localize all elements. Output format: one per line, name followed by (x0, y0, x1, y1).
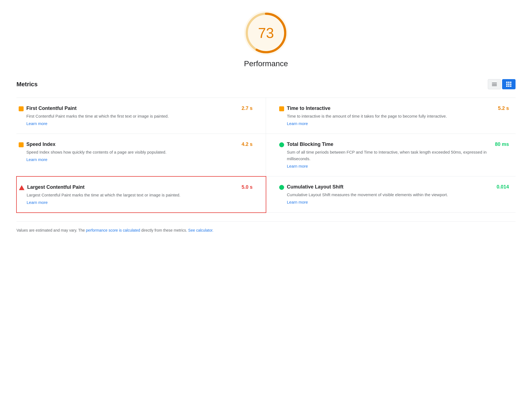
lcp-icon (19, 185, 24, 190)
tbt-name-icon: Total Blocking Time (279, 141, 333, 147)
view-toggle (488, 79, 516, 89)
tti-description: Time to interactive is the amount of tim… (287, 113, 509, 120)
metrics-grid: First Contentful Paint 2.7 s First Conte… (16, 98, 516, 213)
fcp-learn-more-link[interactable]: Learn more (26, 121, 253, 126)
score-section: 73 Performance (16, 11, 516, 68)
lcp-header-row: Largest Contentful Paint 5.0 s (19, 184, 253, 190)
metric-cell-lcp: Largest Contentful Paint 5.0 s Largest C… (16, 176, 266, 213)
si-icon (19, 142, 24, 147)
fcp-value: 2.7 s (242, 106, 253, 111)
tti-value: 5.2 s (498, 106, 509, 111)
si-name: Speed Index (26, 141, 55, 147)
footer-text-before: Values are estimated and may vary. The (16, 228, 86, 232)
lcp-name-icon: Largest Contentful Paint (19, 184, 85, 190)
metric-cell-tbt: Total Blocking Time 80 ms Sum of all tim… (266, 134, 516, 176)
tti-name-icon: Time to Interactive (279, 106, 331, 111)
tbt-value: 80 ms (495, 141, 509, 147)
fcp-icon (19, 106, 24, 111)
lcp-name: Largest Contentful Paint (27, 184, 85, 190)
cls-name: Cumulative Layout Shift (287, 184, 343, 190)
lcp-learn-more-link[interactable]: Learn more (27, 200, 253, 205)
si-learn-more-link[interactable]: Learn more (26, 157, 253, 162)
si-header-row: Speed Index 4.2 s (19, 141, 253, 147)
tti-learn-more-link[interactable]: Learn more (287, 121, 509, 126)
cls-name-icon: Cumulative Layout Shift (279, 184, 343, 190)
metric-cell-fcp: First Contentful Paint 2.7 s First Conte… (16, 98, 266, 134)
performance-label: Performance (244, 59, 288, 68)
metric-cell-si: Speed Index 4.2 s Speed Index shows how … (16, 134, 266, 176)
fcp-description: First Contentful Paint marks the time at… (26, 113, 253, 120)
footer-text-middle: directly from these metrics. (140, 228, 188, 232)
tbt-name: Total Blocking Time (287, 141, 333, 147)
tti-name: Time to Interactive (287, 106, 331, 111)
si-value: 4.2 s (242, 141, 253, 147)
fcp-header-row: First Contentful Paint 2.7 s (19, 106, 253, 111)
cls-description: Cumulative Layout Shift measures the mov… (287, 192, 509, 198)
performance-score-link[interactable]: performance score is calculated (86, 228, 140, 232)
tbt-learn-more-link[interactable]: Learn more (287, 164, 509, 168)
lcp-description: Largest Contentful Paint marks the time … (27, 192, 253, 198)
tbt-description: Sum of all time periods between FCP and … (287, 149, 509, 162)
tbt-header-row: Total Blocking Time 80 ms (279, 141, 509, 147)
score-circle: 73 (244, 11, 288, 55)
tti-icon (279, 106, 284, 111)
metric-cell-cls: Cumulative Layout Shift 0.014 Cumulative… (266, 176, 516, 213)
tti-header-row: Time to Interactive 5.2 s (279, 106, 509, 111)
see-calculator-link[interactable]: See calculator. (188, 228, 214, 232)
metrics-header: Metrics (16, 79, 516, 92)
tbt-icon (279, 142, 284, 147)
fcp-name-icon: First Contentful Paint (19, 106, 77, 111)
footer-note: Values are estimated and may vary. The p… (16, 221, 516, 233)
si-name-icon: Speed Index (19, 141, 55, 147)
cls-value: 0.014 (497, 184, 509, 190)
cls-icon (279, 185, 284, 190)
metric-cell-tti: Time to Interactive 5.2 s Time to intera… (266, 98, 516, 134)
list-view-toggle[interactable] (488, 79, 501, 89)
grid-icon (506, 82, 511, 87)
cls-header-row: Cumulative Layout Shift 0.014 (279, 184, 509, 190)
grid-view-toggle[interactable] (502, 79, 516, 89)
cls-learn-more-link[interactable]: Learn more (287, 200, 509, 204)
si-description: Speed Index shows how quickly the conten… (26, 149, 253, 156)
fcp-name: First Contentful Paint (26, 106, 77, 111)
metrics-title: Metrics (16, 81, 38, 88)
lcp-value: 5.0 s (242, 184, 253, 190)
score-value: 73 (258, 25, 274, 41)
list-icon (492, 83, 497, 86)
